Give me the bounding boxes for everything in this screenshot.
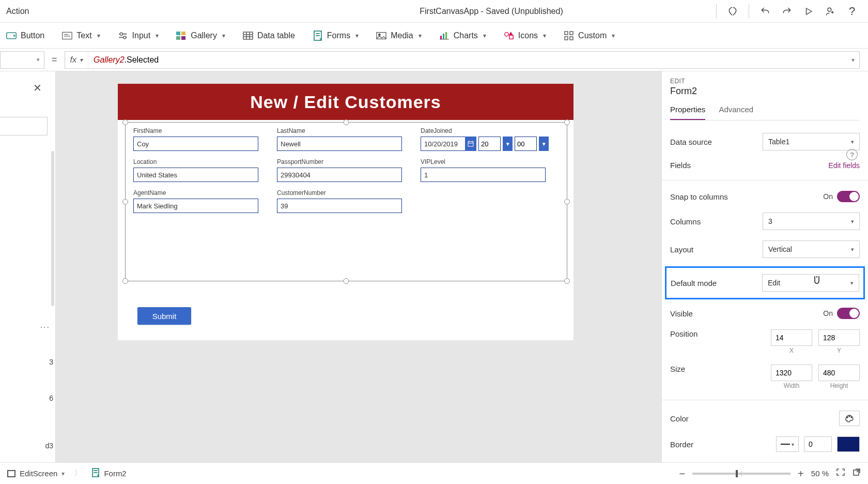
size-height-input[interactable] [818,365,860,381]
zoom-out-button[interactable]: − [679,468,685,479]
tree-item[interactable]: 6 [49,394,53,402]
snap-toggle[interactable]: On [823,191,860,202]
help-circle-icon[interactable]: ? [846,149,858,160]
position-y-input[interactable] [818,329,860,346]
insert-button[interactable]: Button [6,31,44,41]
hour-select[interactable]: 20 [478,137,501,151]
popout-icon[interactable] [853,468,861,479]
fit-to-window-icon[interactable] [836,468,845,479]
chevron-down-icon: ▾ [80,56,83,64]
insert-media[interactable]: Media ▾ [376,31,422,41]
chevron-down-icon[interactable]: ▼ [539,137,549,151]
ribbon-label: Button [21,31,44,40]
resize-handle[interactable] [564,278,570,284]
tree-item[interactable]: d3 [45,442,53,450]
edit-fields-link[interactable]: Edit fields [828,161,860,170]
resize-handle[interactable] [564,119,570,125]
app-checker-icon[interactable] [727,6,738,17]
field-datejoined: DateJoined 20 ▼ 00 ▼ [421,127,549,151]
location-input[interactable] [133,168,258,182]
scrollbar-thumb[interactable] [51,151,54,306]
play-icon[interactable] [803,6,814,17]
cursor-icon [813,275,821,286]
insert-forms[interactable]: Forms ▾ [313,31,359,41]
resize-handle[interactable] [122,119,128,125]
overflow-dots-icon[interactable]: ··· [40,323,50,332]
field-label: LastName [277,127,405,134]
position-x-input[interactable] [771,329,812,346]
svg-point-1 [828,8,831,11]
menu-action[interactable]: Action [6,7,29,16]
custno-input[interactable] [277,199,402,213]
chart-icon [439,31,450,41]
field-lastname: LastName [277,127,405,151]
svg-point-40 [851,417,852,418]
breadcrumb-form[interactable]: Form2 [91,468,126,479]
lastname-input[interactable] [277,137,402,151]
formula-input[interactable]: Gallery2.Selected [88,55,847,65]
chevron-down-icon: ▾ [851,246,854,253]
tab-properties[interactable]: Properties [670,102,705,120]
visible-toggle[interactable]: On [823,308,860,319]
submit-button[interactable]: Submit [137,307,191,325]
calendar-icon[interactable] [465,137,476,151]
canvas-area[interactable]: New / Edit Customers FirstName LastName [56,71,661,462]
agent-input[interactable] [133,199,258,213]
insert-data-table[interactable]: Data table [243,31,295,41]
default-mode-select[interactable]: Edit ▾ [762,274,859,292]
chevron-down-icon: ▾ [851,139,854,145]
axis-label: Y [818,347,860,354]
border-width-input[interactable] [804,436,832,452]
property-dropdown[interactable]: ▾ [0,51,44,69]
resize-handle[interactable] [122,199,128,205]
size-width-input[interactable] [771,365,812,381]
border-style-select[interactable]: ▾ [776,436,799,452]
zoom-in-button[interactable]: + [798,468,804,479]
undo-icon[interactable] [760,6,771,17]
border-color-swatch[interactable] [837,436,860,452]
resize-handle[interactable] [344,278,349,284]
prop-label: Fields [670,161,828,170]
custom-icon [564,31,574,41]
zoom-slider[interactable] [692,473,791,475]
fx-label[interactable]: fx▾ [65,52,88,68]
passport-input[interactable] [277,168,402,182]
ribbon-label: Charts [454,31,478,40]
help-icon[interactable]: ? [846,6,858,17]
resize-handle[interactable] [564,199,570,205]
data-source-select[interactable]: Table1 ▾ [763,133,860,150]
tree-item[interactable]: 3 [49,358,53,366]
layout-select[interactable]: Vertical ▾ [763,240,860,258]
tree-view-panel: ✕ ··· 3 6 d3 ataCard3 [0,71,56,462]
insert-input[interactable]: Input ▾ [118,31,159,41]
insert-gallery[interactable]: Gallery ▾ [176,31,225,41]
svg-rect-29 [509,35,513,39]
prop-label: Visible [670,309,823,318]
vip-input[interactable] [421,168,546,182]
prop-label: Default mode [671,279,762,288]
insert-custom[interactable]: Custom ▾ [564,31,615,41]
chevron-down-icon[interactable]: ▼ [503,137,513,151]
color-picker-button[interactable] [839,411,860,426]
expand-formula-icon[interactable]: ▾ [847,56,859,64]
redo-icon[interactable] [781,6,793,17]
tab-advanced[interactable]: Advanced [719,102,753,120]
canvas-page[interactable]: New / Edit Customers FirstName LastName [118,84,574,340]
prop-label: Border [670,440,776,449]
resize-handle[interactable] [122,278,128,284]
insert-charts[interactable]: Charts ▾ [439,31,486,41]
share-icon[interactable] [825,6,836,17]
svg-rect-14 [243,32,253,39]
resize-handle[interactable] [344,119,349,125]
insert-icons[interactable]: Icons ▾ [504,31,546,41]
firstname-input[interactable] [133,137,258,151]
close-icon[interactable]: ✕ [33,82,42,94]
columns-select[interactable]: 3 ▾ [763,213,860,230]
tree-search-input[interactable] [0,117,48,135]
axis-label: Width [771,382,812,389]
insert-text[interactable]: Text ▾ [62,31,100,41]
breadcrumb-screen[interactable]: EditScreen ▾ [7,469,65,478]
minute-select[interactable]: 00 [515,137,537,151]
properties-panel: EDIT Form2 ? Properties Advanced Data so… [661,71,868,462]
table-icon [243,31,253,41]
